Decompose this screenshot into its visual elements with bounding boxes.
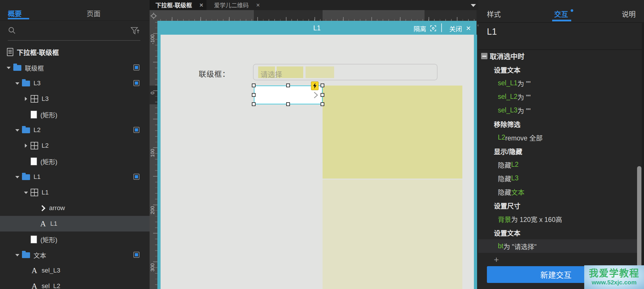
watermark-title: 我爱学教程 xyxy=(589,268,639,279)
group-icon xyxy=(31,142,38,149)
doc-tab-active[interactable]: 下拉框-联级框 × xyxy=(150,0,206,10)
tree-item-sel-l3[interactable]: A sel_L3 xyxy=(0,263,150,278)
event-row[interactable]: 取消选中时 xyxy=(478,49,644,63)
search-icon[interactable] xyxy=(8,27,16,35)
isolation-frame-header: L1 隔离 关闭 × xyxy=(157,21,477,35)
document-tabstrip: 下拉框-联级框 × 爱学儿二维码 × xyxy=(150,0,479,10)
resize-handle-sw[interactable] xyxy=(252,102,256,106)
combo-placeholder-text: 请选择 xyxy=(260,69,282,79)
tree-item-l3-group[interactable]: L3 xyxy=(0,91,150,107)
folder-icon xyxy=(22,252,30,258)
close-isolation-button[interactable]: 关闭 × xyxy=(449,24,471,33)
vertical-ruler[interactable]: -100 0 100 200 300 xyxy=(150,21,157,289)
cascade-field-label: 联级框： xyxy=(199,68,230,79)
tree-item-l1-group[interactable]: L1 xyxy=(0,185,150,200)
action-row[interactable]: 隐藏 L2 xyxy=(478,158,644,171)
tab-overview[interactable]: 概要 xyxy=(8,8,22,18)
l2-dropdown-panel[interactable] xyxy=(323,86,462,179)
resize-handle-n[interactable] xyxy=(286,84,290,87)
action-row[interactable]: L2 remove 全部 xyxy=(478,131,644,144)
tree-item-rectangle[interactable]: (矩形) xyxy=(0,231,150,247)
group-icon xyxy=(31,189,38,196)
tab-notes[interactable]: 说明 xyxy=(622,9,636,19)
caret-down-icon[interactable] xyxy=(24,190,28,195)
add-action-button[interactable]: + xyxy=(478,253,644,266)
tab-overflow-dropdown-icon[interactable] xyxy=(471,4,476,7)
caret-down-icon[interactable] xyxy=(15,81,20,86)
caret-down-icon[interactable] xyxy=(15,253,20,257)
folder-icon xyxy=(22,81,30,86)
action-group-row[interactable]: 设置尺寸 xyxy=(478,199,644,212)
ruler-origin-icon[interactable] xyxy=(150,10,157,21)
action-row[interactable]: 背景 为 120宽 x 160高 xyxy=(478,212,644,226)
selection-indicator[interactable] xyxy=(133,64,139,71)
tree-item-cascade-folder[interactable]: 联级框 xyxy=(0,60,150,75)
tab-style[interactable]: 样式 xyxy=(487,9,501,19)
widget-outline-tree: 下拉框-联级框 联级框 L3 L3 xyxy=(0,44,150,289)
filter-icon[interactable] xyxy=(131,27,140,35)
tree-item-text-folder[interactable]: 文本 xyxy=(0,247,150,263)
action-row[interactable]: sel_L2 为 "" xyxy=(478,90,644,103)
tree-item-l1-text-selected[interactable]: A L1 xyxy=(0,216,150,231)
resize-handle-s[interactable] xyxy=(286,102,290,106)
action-group-row[interactable]: 设置文本 xyxy=(478,63,644,76)
close-tab-icon[interactable]: × xyxy=(200,2,203,8)
resize-handle-e[interactable] xyxy=(321,93,324,97)
action-group-row[interactable]: 显示/隐藏 xyxy=(478,144,644,158)
tree-item-l2-folder[interactable]: L2 xyxy=(0,122,150,138)
selection-indicator[interactable] xyxy=(133,127,139,133)
scrollbar-thumb[interactable] xyxy=(637,166,641,269)
close-icon: × xyxy=(466,25,471,32)
action-group-row[interactable]: 设置文本 xyxy=(478,226,644,239)
selection-indicator[interactable] xyxy=(133,252,139,258)
text-widget-icon: A xyxy=(31,266,38,275)
action-row[interactable]: 隐藏 文本 xyxy=(478,185,644,199)
close-tab-icon[interactable]: × xyxy=(256,2,260,8)
tree-item-sel-l2[interactable]: A sel_L2 xyxy=(0,278,150,289)
tab-interaction[interactable]: 交互 xyxy=(554,9,568,19)
combo-segment[interactable] xyxy=(306,66,334,78)
caret-right-icon[interactable] xyxy=(24,97,28,101)
watermark-url: www.52xjc.com xyxy=(592,279,637,286)
outline-sidebar: 概要 页面 下拉框-联级框 联级框 L3 xyxy=(0,0,150,289)
tree-item-l3-folder[interactable]: L3 xyxy=(0,75,150,91)
rectangle-icon xyxy=(31,236,37,243)
resize-handle-w[interactable] xyxy=(252,93,256,97)
selection-indicator[interactable] xyxy=(133,80,139,86)
action-row[interactable]: 隐藏 L3 xyxy=(478,171,644,185)
action-row[interactable]: sel_L3 为 "" xyxy=(478,103,644,117)
caret-right-icon[interactable] xyxy=(24,143,28,148)
tree-item-l1-folder[interactable]: L1 xyxy=(0,169,150,185)
interaction-list: 取消选中时 设置文本 sel_L1 为 "" sel_L2 为 "" sel_L… xyxy=(478,49,644,266)
collapse-icon[interactable] xyxy=(481,53,487,59)
action-group-row[interactable]: 移除筛选 xyxy=(478,117,644,131)
caret-down-icon[interactable] xyxy=(15,128,20,132)
group-icon xyxy=(31,95,38,103)
action-row[interactable]: sel_L1 为 "" xyxy=(478,76,644,90)
resize-handle-nw[interactable] xyxy=(252,84,256,87)
axure-app-window: 概要 页面 下拉框-联级框 联级框 L3 xyxy=(0,0,644,289)
tab-pages[interactable]: 页面 xyxy=(87,8,100,18)
interaction-lightning-badge[interactable] xyxy=(311,81,319,90)
resize-handle-se[interactable] xyxy=(321,102,324,106)
text-widget-icon: A xyxy=(39,220,47,228)
interaction-badge-dot xyxy=(571,9,573,12)
doc-tab[interactable]: 爱学儿二维码 × xyxy=(206,0,268,10)
tree-item-page[interactable]: 下拉框-联级框 xyxy=(0,44,150,60)
divider xyxy=(8,40,140,41)
selection-indicator[interactable] xyxy=(133,174,139,180)
caret-down-icon[interactable] xyxy=(6,65,11,70)
tree-item-l2-group[interactable]: L2 xyxy=(0,138,150,153)
action-row-highlighted[interactable]: bt 为 "请选择" xyxy=(478,239,644,253)
selected-widget-name[interactable]: L1 xyxy=(487,27,497,37)
tree-item-rectangle[interactable]: (矩形) xyxy=(0,107,150,122)
isolate-toggle-button[interactable]: 隔离 xyxy=(414,24,437,33)
resize-handle-ne[interactable] xyxy=(321,84,324,87)
tree-item-arrow[interactable]: arrow xyxy=(0,200,150,216)
caret-down-icon[interactable] xyxy=(15,175,20,179)
l3-dropdown-panel[interactable] xyxy=(323,179,462,289)
tree-item-rectangle[interactable]: (矩形) xyxy=(0,153,150,169)
folder-icon xyxy=(13,65,21,71)
horizontal-ruler[interactable]: -100 0 100 200 300 xyxy=(157,10,477,21)
scrollbar-track[interactable] xyxy=(642,23,644,289)
